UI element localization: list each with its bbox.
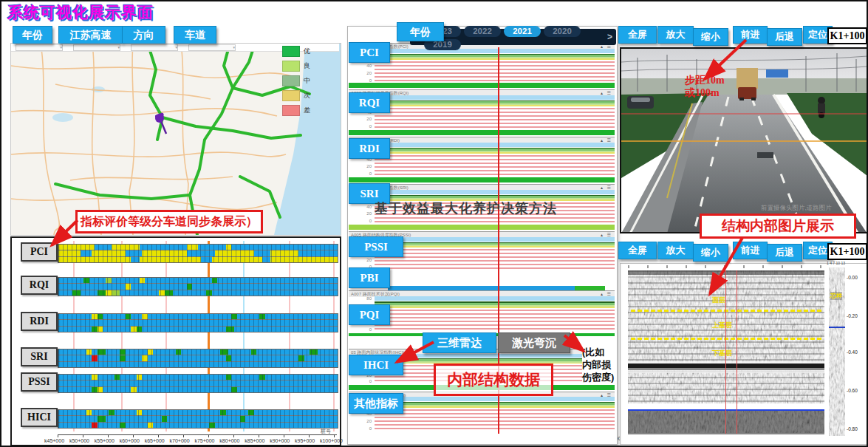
year-tab-2020[interactable]: 2020 bbox=[544, 26, 581, 37]
map-select-stub[interactable]: ▾ bbox=[131, 44, 178, 51]
camera-back-button[interactable]: 后退 bbox=[767, 28, 802, 46]
year-filter-button-middle[interactable]: 年份 bbox=[397, 22, 444, 41]
chart-label-rqi[interactable]: RQI bbox=[349, 92, 390, 113]
overlay-line: 步距10m bbox=[685, 74, 725, 86]
gpr-zoom-out-button[interactable]: 缩小 bbox=[693, 244, 728, 262]
strip-segment bbox=[86, 410, 92, 415]
strip-segment bbox=[187, 250, 215, 256]
strip-segment bbox=[92, 410, 109, 415]
core-scale-text: 1 4 7 10 13 bbox=[827, 261, 845, 265]
strip-segment bbox=[148, 355, 226, 361]
page-title: 系统可视化展示界面 bbox=[7, 2, 154, 23]
strip-segment bbox=[92, 423, 98, 428]
left-annotation-box: 指标评价等级分车道同步条展示） bbox=[75, 210, 263, 233]
strip-segment bbox=[89, 278, 106, 283]
year-tab-2022[interactable]: 2022 bbox=[464, 26, 501, 37]
strip-segment bbox=[176, 349, 182, 355]
lane-strip bbox=[58, 320, 338, 326]
strip-segment bbox=[81, 250, 92, 256]
pbi-progress-bar bbox=[388, 286, 605, 290]
gpr-station-input[interactable]: K1+100 bbox=[827, 243, 867, 260]
lane-strip bbox=[58, 278, 338, 284]
strip-segment bbox=[92, 327, 98, 332]
gpr-bottom-strip-tint bbox=[628, 409, 824, 434]
radar-3d-button[interactable]: 三维雷达 bbox=[423, 332, 496, 353]
y-tick: 0 bbox=[354, 379, 372, 383]
indicator-strip-pci bbox=[58, 244, 338, 263]
strip-segment bbox=[95, 245, 112, 250]
lane-strip bbox=[58, 410, 338, 416]
chart-label-ihci[interactable]: IHCI bbox=[349, 355, 403, 375]
lane-strip bbox=[58, 290, 338, 296]
strip-segment bbox=[131, 327, 137, 332]
camera-zoom-in-button[interactable]: 放大 bbox=[657, 26, 694, 44]
strip-segment bbox=[304, 355, 338, 361]
legend-row: 优 bbox=[282, 46, 310, 57]
strip-segment bbox=[106, 416, 162, 421]
lane-filter-button[interactable]: 车道 bbox=[174, 26, 216, 44]
depth-label: -0.40 bbox=[847, 349, 858, 355]
camera-forward-button[interactable]: 前进 bbox=[733, 26, 768, 44]
y-tick: 80 bbox=[354, 296, 372, 301]
year-tab-2021[interactable]: 2021 bbox=[504, 26, 541, 37]
chart-label-pci[interactable]: PCI bbox=[349, 42, 390, 63]
chart-label-pssi[interactable]: PSSI bbox=[349, 236, 403, 257]
axis-tick-label: k70+000 bbox=[170, 438, 190, 443]
strip-segment bbox=[142, 314, 148, 319]
camera-zoom-out-button[interactable]: 缩小 bbox=[693, 28, 728, 46]
next-year-arrow[interactable]: > bbox=[607, 32, 612, 42]
strip-segment bbox=[140, 278, 146, 283]
strip-segment bbox=[120, 355, 126, 361]
gpr-back-button[interactable]: 后退 bbox=[767, 244, 802, 262]
strip-segment bbox=[234, 327, 338, 332]
map-select-stub[interactable]: ▾ bbox=[73, 44, 120, 51]
direction-filter-button[interactable]: 方向 bbox=[122, 26, 165, 44]
camera-fullscreen-button[interactable]: 全屏 bbox=[618, 26, 657, 44]
core-depth-line bbox=[829, 327, 845, 328]
axis-tick-label: k95+000 bbox=[295, 438, 315, 443]
indicator-label-sri: SRI bbox=[21, 347, 58, 366]
camera-station-input[interactable]: K1+100 bbox=[827, 27, 867, 44]
route-filter-button[interactable]: 江苏高速 bbox=[58, 26, 123, 44]
chart-label-rdi[interactable]: RDI bbox=[349, 138, 390, 159]
layer-label-3: 下基层 bbox=[712, 349, 732, 358]
strip-segment bbox=[142, 375, 225, 380]
strip-segment bbox=[126, 314, 131, 319]
axis-tick-label: k75+000 bbox=[194, 438, 214, 443]
legend-label: 差 bbox=[304, 106, 310, 115]
note-line: (比如 bbox=[582, 346, 616, 358]
lane-strip bbox=[58, 327, 338, 332]
strip-segment bbox=[106, 349, 120, 355]
strip-segment bbox=[126, 250, 143, 256]
grid-line bbox=[333, 241, 335, 431]
chart-label-pbi[interactable]: PBI bbox=[349, 267, 390, 288]
map-select-stub[interactable]: ▾ bbox=[188, 44, 236, 51]
strip-segment bbox=[228, 349, 250, 355]
strip-segment bbox=[212, 290, 338, 296]
strip-segment bbox=[226, 327, 234, 332]
strip-segment bbox=[109, 410, 115, 415]
gpr-fullscreen-button[interactable]: 全屏 bbox=[618, 242, 657, 259]
legend-color-swatch bbox=[282, 105, 300, 116]
strip-segment bbox=[58, 257, 131, 262]
strip-segment bbox=[120, 375, 137, 380]
strip-segment bbox=[126, 355, 143, 361]
lane-strip bbox=[58, 349, 338, 355]
gpr-forward-button[interactable]: 前进 bbox=[733, 242, 768, 259]
indicator-strip-hici bbox=[58, 409, 338, 429]
strip-segment bbox=[226, 245, 232, 250]
lane-strip bbox=[58, 250, 338, 256]
laser-deflection-button[interactable]: 激光弯沉 bbox=[498, 332, 570, 353]
year-filter-button[interactable]: 年份 bbox=[13, 26, 52, 44]
gpr-zoom-in-button[interactable]: 放大 bbox=[657, 242, 694, 259]
legend-color-swatch bbox=[282, 90, 300, 101]
strip-segment bbox=[237, 314, 259, 319]
car bbox=[627, 96, 654, 109]
gpr-cursor-line-1 bbox=[725, 270, 726, 434]
chart-label-其他指标[interactable]: 其他指标 bbox=[349, 393, 403, 414]
map-legend: 优良中次差 bbox=[282, 46, 310, 120]
chart-label-pqi[interactable]: PQI bbox=[349, 304, 390, 325]
map-select-stub[interactable]: ▾ bbox=[16, 44, 63, 51]
strip-segment bbox=[115, 410, 137, 415]
axis-tick-label: k55+000 bbox=[95, 438, 115, 443]
